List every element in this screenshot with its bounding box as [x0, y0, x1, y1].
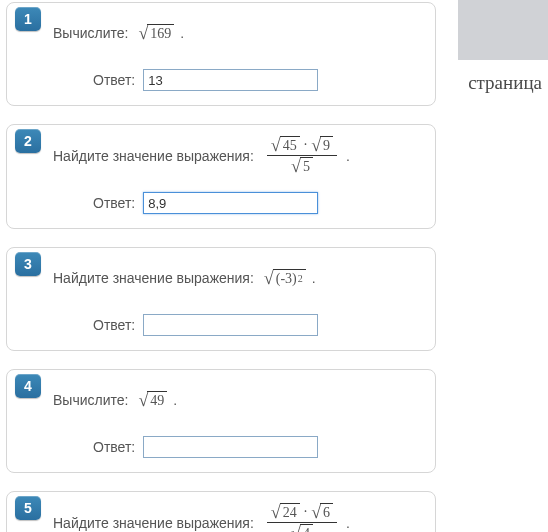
- answer-input[interactable]: [143, 192, 318, 214]
- answer-label: Ответ:: [93, 195, 135, 211]
- prompt-text: Найдите значение выражения:: [53, 270, 254, 286]
- answer-row: Ответ:: [53, 192, 421, 214]
- sqrt-expr: √5: [291, 157, 313, 175]
- period: .: [312, 270, 316, 286]
- period: .: [346, 515, 350, 531]
- formula: √49: [138, 391, 167, 409]
- prompt-line: Найдите значение выражения:√45·√9√5.: [53, 135, 421, 176]
- prompt-text: Вычислите:: [53, 392, 128, 408]
- sqrt-expr: √49: [138, 391, 167, 409]
- sqrt-expr: √9: [311, 136, 333, 154]
- answer-row: Ответ:: [53, 314, 421, 336]
- sqrt-expr: √(-3)2: [264, 269, 306, 287]
- question-card: 5Найдите значение выражения:√24·√6√4.Отв…: [6, 491, 436, 532]
- question-number-badge: 2: [15, 129, 41, 153]
- fraction: √45·√9√5: [267, 135, 337, 176]
- sqrt-expr: √6: [311, 503, 333, 521]
- answer-input[interactable]: [143, 314, 318, 336]
- formula: √45·√9√5: [264, 135, 340, 176]
- answer-input[interactable]: [143, 69, 318, 91]
- question-card: 4Вычислите:√49.Ответ:: [6, 369, 436, 473]
- prompt-line: Вычислите:√49.: [53, 380, 421, 420]
- period: .: [346, 148, 350, 164]
- question-number-badge: 5: [15, 496, 41, 520]
- prompt-text: Найдите значение выражения:: [53, 148, 254, 164]
- prompt-line: Найдите значение выражения:√24·√6√4.: [53, 502, 421, 532]
- period: .: [180, 25, 184, 41]
- question-card: 1Вычислите:√169.Ответ:: [6, 2, 436, 106]
- formula: √169: [138, 24, 174, 42]
- question-number-badge: 1: [15, 7, 41, 31]
- question-number-badge: 3: [15, 252, 41, 276]
- prompt-text: Вычислите:: [53, 25, 128, 41]
- mult-dot: ·: [304, 504, 308, 520]
- mult-dot: ·: [304, 137, 308, 153]
- prompt-text: Найдите значение выражения:: [53, 515, 254, 531]
- question-card: 3Найдите значение выражения:√(-3)2.Ответ…: [6, 247, 436, 351]
- fraction: √24·√6√4: [267, 502, 337, 532]
- answer-label: Ответ:: [93, 439, 135, 455]
- answer-label: Ответ:: [93, 72, 135, 88]
- sqrt-expr: √45: [271, 136, 300, 154]
- question-number-badge: 4: [15, 374, 41, 398]
- question-card: 2Найдите значение выражения:√45·√9√5.Отв…: [6, 124, 436, 229]
- answer-input[interactable]: [143, 436, 318, 458]
- formula: √(-3)2: [264, 269, 306, 287]
- sqrt-expr: √169: [138, 24, 174, 42]
- answer-row: Ответ:: [53, 436, 421, 458]
- sqrt-expr: √4: [291, 524, 313, 532]
- answer-label: Ответ:: [93, 317, 135, 333]
- formula: √24·√6√4: [264, 502, 340, 532]
- prompt-line: Найдите значение выражения:√(-3)2.: [53, 258, 421, 298]
- answer-row: Ответ:: [53, 69, 421, 91]
- prompt-line: Вычислите:√169.: [53, 13, 421, 53]
- period: .: [173, 392, 177, 408]
- sqrt-expr: √24: [271, 503, 300, 521]
